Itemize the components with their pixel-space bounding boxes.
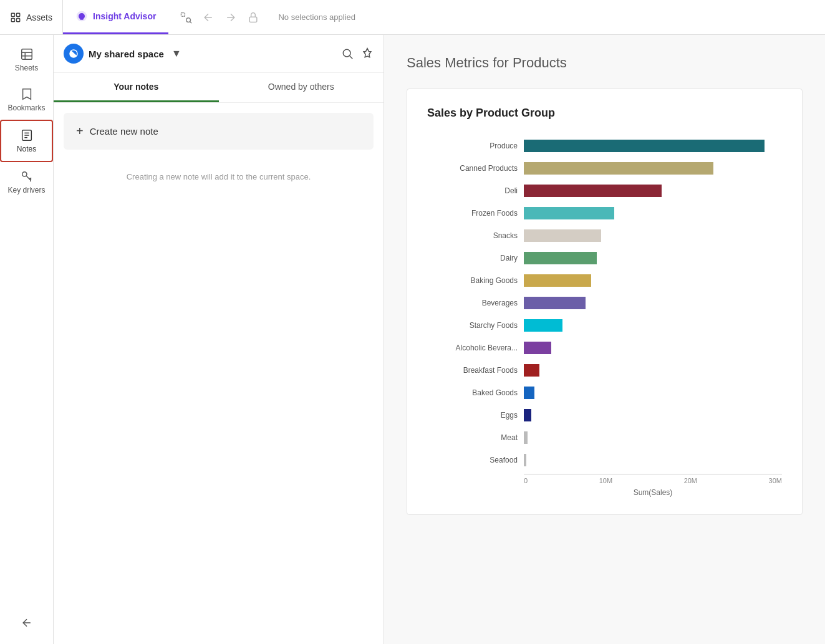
bar-row: Starchy Foods — [427, 314, 782, 337]
space-icon — [64, 44, 84, 64]
bar-label: Baking Goods — [427, 276, 524, 285]
notes-panel: My shared space ▼ Your notes Owned by ot… — [54, 35, 384, 644]
assets-label: Assets — [26, 12, 52, 22]
svg-rect-8 — [250, 17, 258, 22]
svg-rect-5 — [181, 12, 185, 16]
bar-label: Breakfast Foods — [427, 366, 524, 375]
sidebar-item-sheets[interactable]: Sheets — [0, 40, 53, 80]
bar-label: Starchy Foods — [427, 321, 524, 330]
collapse-icon — [21, 617, 33, 629]
bar-row: Eggs — [427, 404, 782, 426]
assets-button[interactable]: Assets — [0, 0, 63, 34]
axis-label: Sum(Sales) — [427, 488, 782, 497]
svg-point-6 — [186, 17, 191, 22]
lock-icon[interactable] — [243, 7, 263, 27]
insight-label: Insight Advisor — [93, 11, 156, 21]
bar-track — [524, 431, 782, 445]
bar-row: Alcoholic Bevera... — [427, 337, 782, 359]
svg-point-17 — [22, 172, 26, 176]
space-selector[interactable]: My shared space ▼ — [64, 44, 181, 64]
bar-fill — [524, 229, 601, 242]
back-icon[interactable] — [198, 7, 218, 27]
bar-row: Frozen Foods — [427, 202, 782, 224]
insight-advisor-tab[interactable]: Insight Advisor — [63, 0, 168, 34]
sheets-icon — [20, 47, 34, 61]
svg-line-7 — [190, 21, 192, 23]
key-drivers-label: Key drivers — [7, 186, 45, 195]
bar-track — [524, 386, 782, 400]
forward-icon[interactable] — [221, 7, 241, 27]
bar-fill — [524, 297, 586, 309]
bar-fill — [524, 274, 591, 287]
bar-label: Seafood — [427, 456, 524, 464]
svg-rect-3 — [17, 18, 20, 21]
tab-owned-by-others[interactable]: Owned by others — [219, 73, 384, 102]
bar-track — [524, 274, 782, 287]
search-selections-icon[interactable] — [176, 7, 196, 27]
bar-fill — [524, 342, 551, 354]
bar-fill — [524, 409, 531, 421]
assets-icon — [10, 12, 21, 23]
insight-icon — [75, 10, 88, 22]
bar-fill — [524, 140, 765, 152]
chart-area: Sales Metrics for Products Sales by Prod… — [384, 35, 825, 644]
bar-row: Meat — [427, 426, 782, 449]
bar-track — [524, 206, 782, 220]
bookmarks-label: Bookmarks — [7, 103, 45, 112]
bar-row: Produce — [427, 135, 782, 157]
plus-icon: + — [76, 124, 84, 138]
bar-row: Canned Products — [427, 157, 782, 180]
sidebar-item-notes[interactable]: Notes — [0, 120, 53, 162]
notes-label: Notes — [17, 145, 36, 153]
main-area: Sheets Bookmarks Notes Key drivers — [0, 35, 825, 644]
sidebar-item-key-drivers[interactable]: Key drivers — [0, 162, 53, 202]
sidebar: Sheets Bookmarks Notes Key drivers — [0, 35, 54, 644]
bar-fill — [524, 431, 528, 444]
svg-rect-1 — [17, 13, 20, 16]
create-note-label: Create new note — [90, 126, 158, 137]
bar-track — [524, 184, 782, 198]
bar-track — [524, 229, 782, 243]
bar-label: Beverages — [427, 299, 524, 307]
bar-fill — [524, 364, 539, 377]
notes-header-actions — [341, 47, 374, 60]
bar-row: Baking Goods — [427, 269, 782, 292]
svg-point-18 — [343, 49, 350, 57]
svg-rect-9 — [21, 49, 32, 60]
pin-icon[interactable] — [361, 47, 374, 60]
sidebar-item-bookmarks[interactable]: Bookmarks — [0, 80, 53, 120]
axis-tick: 30M — [769, 477, 782, 484]
toolbar: Assets Insight Advisor — [0, 0, 825, 35]
bar-fill — [524, 162, 713, 175]
bar-label: Frozen Foods — [427, 209, 524, 218]
bar-fill — [524, 454, 526, 466]
bar-track — [524, 453, 782, 467]
key-drivers-icon — [20, 170, 34, 183]
bar-fill — [524, 185, 662, 197]
tab-your-notes[interactable]: Your notes — [54, 73, 219, 102]
svg-rect-2 — [11, 18, 14, 21]
space-name: My shared space — [89, 49, 164, 59]
no-selections-text: No selections applied — [271, 12, 363, 22]
toolbar-icons — [168, 7, 271, 27]
bar-track — [524, 251, 782, 265]
chart-container: Sales by Product Group ProduceCanned Pro… — [407, 89, 803, 515]
bar-label: Baked Goods — [427, 388, 524, 397]
notes-icon — [20, 128, 34, 142]
axis-tick: 0 — [524, 477, 528, 484]
bar-track — [524, 408, 782, 422]
collapse-button[interactable] — [13, 609, 41, 637]
bar-label: Meat — [427, 433, 524, 442]
notes-header: My shared space ▼ — [54, 35, 384, 73]
bar-label: Snacks — [427, 231, 524, 240]
bar-label: Canned Products — [427, 164, 524, 173]
axis-tick: 10M — [599, 477, 612, 484]
create-note-button[interactable]: + Create new note — [64, 113, 374, 150]
bar-row: Dairy — [427, 247, 782, 269]
search-icon[interactable] — [341, 47, 354, 60]
bar-row: Seafood — [427, 449, 782, 471]
bar-row: Deli — [427, 180, 782, 202]
bar-label: Dairy — [427, 254, 524, 262]
svg-rect-0 — [11, 13, 14, 16]
space-chevron-icon[interactable]: ▼ — [171, 48, 181, 59]
